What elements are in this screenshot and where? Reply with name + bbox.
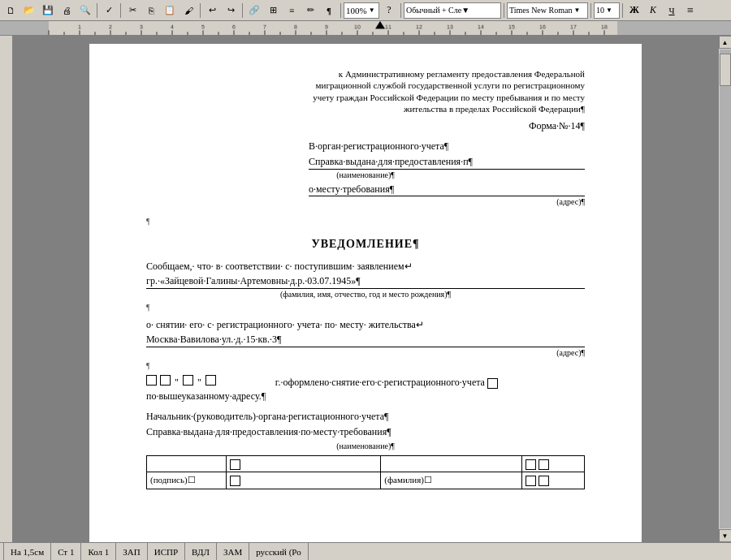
- reg-line3: о·месту·требования¶: [309, 183, 585, 197]
- new-button[interactable]: 🗋: [2, 2, 19, 19]
- underline-button[interactable]: Ч: [663, 2, 681, 19]
- scroll-thumb[interactable]: [720, 54, 731, 86]
- body-para1: Сообщаем,· что· в· соответствии· с· пост…: [146, 259, 585, 288]
- checkbox3[interactable]: [183, 375, 193, 386]
- col1-text: Ст 1: [58, 547, 74, 557]
- reg-line1-text: В·орган·регистрационного·учета¶: [309, 140, 448, 152]
- sig-cell4: [522, 455, 585, 472]
- status-vdl[interactable]: ВДЛ: [185, 543, 217, 560]
- status-col2: Кол 1: [81, 543, 116, 560]
- by-address-line: по·вышеуказанному·адресу.¶: [146, 390, 585, 403]
- print-preview-button[interactable]: 🔍: [76, 2, 94, 19]
- cert-note-text: (наименование)¶: [336, 442, 395, 450]
- reg-line2-text: Справка·выдана·для·предоставления·п¶: [309, 156, 473, 167]
- checkbox5[interactable]: [487, 378, 498, 389]
- cut-button[interactable]: ✂: [123, 2, 141, 19]
- reg-line2: Справка·выдана·для·предоставления·п¶: [309, 155, 585, 170]
- save-button[interactable]: 💾: [39, 2, 57, 19]
- sig-cell8: [522, 472, 585, 489]
- checkbox2[interactable]: [160, 375, 171, 386]
- status-col1: Ст 1: [51, 543, 81, 560]
- reg-note2: (адрес)¶: [146, 196, 585, 208]
- sig-cell7: (фамилия)☐: [381, 472, 522, 489]
- document-area[interactable]: к Административному регламенту предостав…: [13, 36, 718, 542]
- scroll-down-button[interactable]: ▼: [719, 529, 732, 542]
- statusbar: На 1,5см Ст 1 Кол 1 ЗАП ИСПР ВДЛ ЗАМ рус…: [0, 542, 731, 560]
- vertical-scrollbar[interactable]: ▲ ▼: [718, 36, 731, 542]
- sig-row2: (подпись)☐ (фамилия)☐: [147, 472, 585, 489]
- sig-col2-text: (фамилия)☐: [384, 475, 432, 485]
- size-dropdown[interactable]: 10 ▼: [594, 2, 620, 19]
- size-arrow: ▼: [606, 6, 612, 14]
- by-address-text: по·вышеуказанному·адресу.¶: [146, 390, 266, 402]
- body-note1-text: (фамилия, имя, отчество, год и место рож…: [280, 290, 451, 299]
- sig-cb5[interactable]: [526, 476, 536, 486]
- lang-text: русский (Ро: [256, 547, 301, 557]
- sig-cell3: [381, 455, 522, 472]
- status-zap[interactable]: ЗАП: [116, 543, 147, 560]
- sep9: [622, 3, 623, 18]
- checkbox4[interactable]: [205, 375, 216, 386]
- zoom-dropdown[interactable]: 100% ▼: [344, 2, 379, 19]
- scroll-up-button[interactable]: ▲: [719, 36, 732, 49]
- drawing-button[interactable]: ✏: [301, 2, 319, 19]
- empty-line2: ¶: [146, 300, 585, 314]
- zoom-arrow: ▼: [369, 6, 375, 14]
- italic-button[interactable]: К: [644, 2, 662, 19]
- sig-col1-text: (подпись)☐: [150, 475, 196, 485]
- style-dropdown[interactable]: Обычный + Сле▼: [404, 2, 501, 19]
- open-button[interactable]: 📂: [20, 2, 38, 19]
- sig-cell6: [227, 472, 381, 489]
- scroll-track[interactable]: [720, 50, 731, 528]
- sig-cb1[interactable]: [230, 459, 240, 470]
- paste-button[interactable]: 📋: [161, 2, 179, 19]
- help-button[interactable]: ?: [380, 2, 398, 19]
- zap-text: ЗАП: [123, 547, 140, 557]
- redo-button[interactable]: ↪: [222, 2, 240, 19]
- checkbox-label2: ": [197, 375, 201, 390]
- sep8: [590, 3, 591, 18]
- sig-cb6[interactable]: [539, 476, 549, 486]
- reg-note1-text: (наименование)¶: [336, 170, 395, 179]
- show-hide-button[interactable]: ¶: [320, 2, 338, 19]
- spell-button[interactable]: ✓: [100, 2, 118, 19]
- checkboxes-line: " " г.·оформлено·снятие·его·с·регистраци…: [146, 375, 585, 390]
- form-number: Форма·№·14¶: [529, 120, 585, 131]
- doc-header-text: к Административному регламенту предостав…: [309, 68, 585, 114]
- body-note2: (адрес)¶: [146, 347, 585, 359]
- columns-button[interactable]: ≡: [283, 2, 301, 19]
- left-margin: [0, 36, 13, 542]
- col2-text: Кол 1: [88, 547, 109, 557]
- cert-note: (наименование)¶: [146, 441, 585, 452]
- hyperlink-button[interactable]: 🔗: [245, 2, 263, 19]
- format-painter-button[interactable]: 🖌: [180, 2, 197, 19]
- reg-note2-text: (адрес)¶: [556, 197, 585, 206]
- status-lang[interactable]: русский (Ро: [249, 543, 309, 560]
- font-dropdown[interactable]: Times New Roman ▼: [507, 2, 588, 19]
- sig-cb3[interactable]: [539, 459, 549, 470]
- bold-button[interactable]: Ж: [625, 2, 643, 19]
- undo-button[interactable]: ↩: [203, 2, 221, 19]
- sig-cell2: [227, 455, 381, 472]
- status-position: На 1,5см: [3, 543, 51, 560]
- sep6: [400, 3, 401, 18]
- copy-button[interactable]: ⎘: [142, 2, 160, 19]
- more-button[interactable]: ≡: [681, 2, 699, 19]
- reg-line1: В·орган·регистрационного·учета¶: [309, 140, 585, 153]
- sig-cell1: [147, 455, 227, 472]
- doc-header-block: к Административному регламенту предостав…: [146, 68, 585, 114]
- print-button[interactable]: 🖨: [58, 2, 76, 19]
- status-zam[interactable]: ЗАМ: [217, 543, 249, 560]
- size-value: 10: [596, 6, 604, 15]
- main-area: к Административному регламенту предостав…: [0, 36, 731, 542]
- status-ispr[interactable]: ИСПР: [148, 543, 185, 560]
- table-button[interactable]: ⊞: [264, 2, 282, 19]
- ruler: [0, 21, 731, 36]
- sep1: [97, 3, 97, 18]
- checkbox1[interactable]: [146, 375, 157, 386]
- empty-line3: ¶: [146, 359, 585, 373]
- sep7: [504, 3, 504, 18]
- sig-cb4[interactable]: [230, 476, 240, 486]
- document-page: к Административному регламенту предостав…: [89, 44, 642, 542]
- sig-cb2[interactable]: [526, 459, 536, 470]
